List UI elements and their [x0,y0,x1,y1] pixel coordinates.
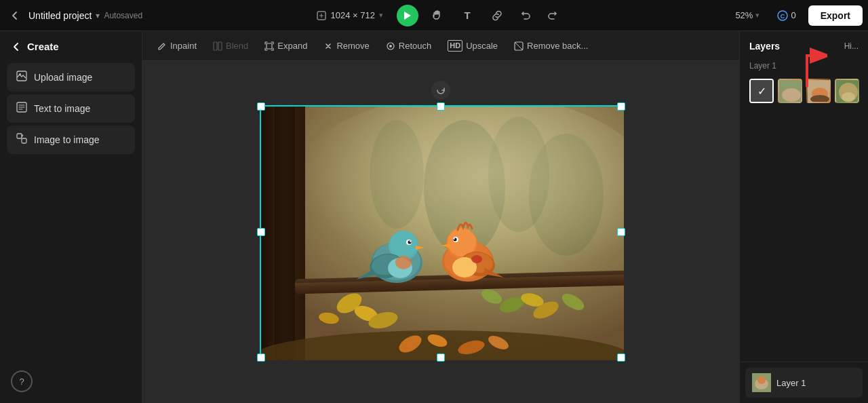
sidebar-bottom: ? [0,360,142,403]
text-tool-icon: T [464,9,470,21]
create-header: Create [0,31,142,59]
svg-rect-7 [22,138,26,143]
handle-bottom-center[interactable] [437,353,445,362]
svg-point-72 [757,376,766,384]
layer-thumbnail-2[interactable] [806,79,831,103]
svg-point-66 [810,95,829,103]
svg-point-39 [408,241,411,244]
handle-middle-right[interactable] [617,228,625,236]
inpaint-button[interactable]: Inpaint [151,37,203,54]
upscale-hd-icon: HD [448,40,462,51]
layer-thumbnail-3[interactable] [835,79,859,103]
handle-top-left[interactable] [257,102,265,111]
handle-bottom-right[interactable] [617,353,625,362]
svg-rect-21 [275,107,295,360]
upload-image-icon [16,71,27,84]
redo-button[interactable] [543,6,562,25]
retouch-icon [386,41,395,51]
layer-thumbnail-1[interactable] [778,79,802,103]
layer-item[interactable]: Layer 1 [745,368,863,398]
layer-thumbnails: ✓ [740,76,868,111]
help-button[interactable]: ? [11,370,33,392]
expand-button[interactable]: Expand [258,37,314,54]
left-sidebar: Create Upload image [0,31,142,403]
svg-rect-6 [17,134,22,138]
retouch-button[interactable]: Retouch [379,37,438,54]
hand-tool-button[interactable] [427,5,448,26]
svg-rect-9 [218,42,222,50]
upscale-button[interactable]: HD Upscale [441,37,505,54]
autosaved-label: Autosaved [104,11,142,20]
layers-header: Layers Hi... [740,31,868,58]
help-icon: ? [19,377,24,387]
project-name[interactable]: Untitled project [28,10,92,21]
blend-label: Blend [226,41,248,51]
undo-button[interactable] [516,6,535,25]
back-create-icon [11,41,22,52]
svg-point-62 [782,88,801,102]
zoom-button[interactable]: 52% ▾ [730,7,765,23]
svg-point-37 [390,231,417,258]
image-to-image-label: Image to image [34,134,100,145]
topbar: Untitled project ▾ Autosaved 1024 × 712 … [0,0,868,31]
layer-item-thumbnail [752,373,771,392]
text-tool-button[interactable]: T [456,5,478,26]
remove-bg-button[interactable]: Remove back... [507,37,595,54]
layer-item-name: Layer 1 [776,378,806,388]
expand-label: Expand [277,41,307,51]
canvas-size-button[interactable]: 1024 × 712 ▾ [311,7,389,24]
upload-image-label: Upload image [34,72,92,83]
image-frame[interactable] [260,105,623,359]
link-tool-button[interactable] [486,5,508,26]
back-button[interactable] [5,6,24,25]
remove-button[interactable]: Remove [317,37,376,54]
main-area: Create Upload image [0,31,868,403]
svg-point-12 [389,45,392,47]
inpaint-icon [157,41,167,51]
handle-middle-left[interactable] [257,228,265,236]
checkmark-icon: ✓ [751,80,772,102]
canvas-size-label: 1024 × 712 [331,10,375,20]
handle-bottom-left[interactable] [257,353,265,362]
layer1-section-title: Layer 1 [740,58,868,76]
play-button[interactable] [397,5,418,26]
svg-rect-10 [267,43,272,49]
zoom-chevron-icon: ▾ [755,11,760,20]
chevron-down-icon[interactable]: ▾ [96,11,100,20]
text-to-image-label: Text to image [34,103,90,114]
export-button[interactable]: Export [808,5,863,26]
canvas-area: Inpaint Blend Expand Remo [142,31,739,403]
handle-top-right[interactable] [617,102,625,111]
credits-button[interactable]: C 0 [772,7,801,24]
zoom-level: 52% [735,10,753,20]
remove-label: Remove [336,41,369,51]
sidebar-item-upload-image[interactable]: Upload image [7,63,135,92]
refresh-button[interactable] [431,81,450,100]
hide-button[interactable]: Hi... [844,41,859,51]
retouch-label: Retouch [399,41,431,51]
topbar-right: 52% ▾ C 0 Export [730,5,863,26]
svg-point-69 [842,92,855,102]
svg-point-51 [454,238,455,239]
inpaint-label: Inpaint [170,41,197,51]
sidebar-item-text-to-image[interactable]: Text to image [7,94,135,123]
sidebar-item-image-to-image[interactable]: Image to image [7,126,135,154]
credits-count: 0 [791,10,795,20]
topbar-center: 1024 × 712 ▾ T [148,5,724,26]
canvas-image [261,107,624,360]
svg-point-40 [410,241,411,242]
svg-point-50 [453,238,456,242]
sidebar-menu: Upload image Text to image [0,59,142,158]
svg-text:C: C [781,13,785,20]
layer-thumbnail-check[interactable]: ✓ [749,79,774,103]
toolbar-strip: Inpaint Blend Expand Remo [142,31,739,61]
handle-top-center[interactable] [437,102,445,111]
right-sidebar: Layers Hi... Layer 1 ✓ [739,31,868,403]
svg-rect-8 [214,42,217,50]
topbar-left: Untitled project ▾ Autosaved [5,6,142,25]
remove-bg-label: Remove back... [527,41,588,51]
canvas-content[interactable] [142,61,739,403]
create-label: Create [27,41,59,52]
layers-list: Layer 1 [740,362,868,403]
blend-icon [213,41,222,51]
